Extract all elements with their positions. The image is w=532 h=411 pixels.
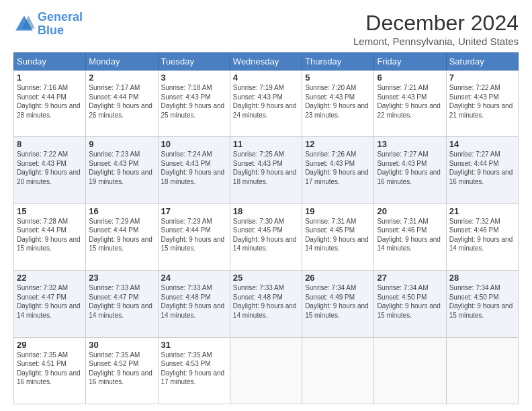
calendar-cell: 24Sunrise: 7:33 AMSunset: 4:48 PMDayligh…	[158, 271, 230, 337]
day-detail: Sunrise: 7:32 AMSunset: 4:47 PMDaylight:…	[17, 283, 83, 320]
calendar-cell: 20Sunrise: 7:31 AMSunset: 4:46 PMDayligh…	[374, 203, 446, 270]
day-detail: Sunrise: 7:33 AMSunset: 4:48 PMDaylight:…	[161, 283, 227, 320]
calendar-cell: 3Sunrise: 7:18 AMSunset: 4:43 PMDaylight…	[158, 71, 230, 137]
day-detail: Sunrise: 7:29 AMSunset: 4:44 PMDaylight:…	[89, 217, 154, 253]
calendar-cell: 27Sunrise: 7:34 AMSunset: 4:50 PMDayligh…	[374, 271, 446, 337]
day-number: 18	[233, 206, 299, 216]
col-header-monday: Monday	[86, 53, 158, 71]
day-detail: Sunrise: 7:25 AMSunset: 4:43 PMDaylight:…	[233, 150, 299, 186]
calendar-cell: 19Sunrise: 7:31 AMSunset: 4:45 PMDayligh…	[302, 203, 374, 270]
header: General Blue December 2024 Lemont, Penns…	[13, 11, 519, 47]
day-detail: Sunrise: 7:26 AMSunset: 4:43 PMDaylight:…	[305, 150, 371, 186]
calendar-cell: 11Sunrise: 7:25 AMSunset: 4:43 PMDayligh…	[230, 137, 302, 203]
day-detail: Sunrise: 7:31 AMSunset: 4:46 PMDaylight:…	[377, 217, 443, 253]
day-number: 31	[161, 340, 227, 350]
day-number: 9	[89, 139, 154, 149]
calendar-week-5: 29Sunrise: 7:35 AMSunset: 4:51 PMDayligh…	[14, 337, 519, 404]
day-detail: Sunrise: 7:18 AMSunset: 4:43 PMDaylight:…	[161, 83, 227, 120]
calendar-week-4: 22Sunrise: 7:32 AMSunset: 4:47 PMDayligh…	[14, 271, 519, 337]
day-detail: Sunrise: 7:20 AMSunset: 4:43 PMDaylight:…	[305, 83, 371, 120]
day-number: 10	[161, 139, 227, 149]
calendar-cell: 16Sunrise: 7:29 AMSunset: 4:44 PMDayligh…	[86, 203, 158, 270]
col-header-tuesday: Tuesday	[158, 53, 230, 71]
page: General Blue December 2024 Lemont, Penns…	[0, 0, 532, 411]
calendar-cell: 4Sunrise: 7:19 AMSunset: 4:43 PMDaylight…	[230, 71, 302, 137]
day-number: 22	[17, 273, 83, 283]
day-detail: Sunrise: 7:29 AMSunset: 4:44 PMDaylight:…	[161, 217, 227, 253]
day-detail: Sunrise: 7:31 AMSunset: 4:45 PMDaylight:…	[305, 217, 371, 253]
day-detail: Sunrise: 7:33 AMSunset: 4:47 PMDaylight:…	[89, 283, 154, 320]
day-detail: Sunrise: 7:35 AMSunset: 4:51 PMDaylight:…	[17, 351, 83, 387]
col-header-friday: Friday	[374, 53, 446, 71]
logo-line1: General	[38, 10, 83, 24]
day-number: 4	[233, 73, 299, 83]
logo: General Blue	[13, 11, 83, 38]
calendar-cell: 7Sunrise: 7:22 AMSunset: 4:43 PMDaylight…	[446, 71, 518, 137]
calendar-cell	[446, 337, 518, 404]
calendar-cell: 23Sunrise: 7:33 AMSunset: 4:47 PMDayligh…	[86, 271, 158, 337]
day-detail: Sunrise: 7:19 AMSunset: 4:43 PMDaylight:…	[233, 83, 299, 120]
calendar-week-2: 8Sunrise: 7:22 AMSunset: 4:43 PMDaylight…	[14, 137, 519, 203]
day-detail: Sunrise: 7:34 AMSunset: 4:50 PMDaylight:…	[449, 283, 515, 320]
day-number: 5	[305, 73, 371, 83]
day-number: 27	[377, 273, 443, 283]
calendar-cell: 12Sunrise: 7:26 AMSunset: 4:43 PMDayligh…	[302, 137, 374, 203]
day-number: 7	[449, 73, 515, 83]
calendar-cell: 5Sunrise: 7:20 AMSunset: 4:43 PMDaylight…	[302, 71, 374, 137]
day-detail: Sunrise: 7:22 AMSunset: 4:43 PMDaylight:…	[17, 150, 83, 186]
day-detail: Sunrise: 7:35 AMSunset: 4:52 PMDaylight:…	[89, 351, 154, 387]
calendar-cell: 26Sunrise: 7:34 AMSunset: 4:49 PMDayligh…	[302, 271, 374, 337]
day-number: 14	[449, 139, 515, 149]
calendar-cell: 2Sunrise: 7:17 AMSunset: 4:44 PMDaylight…	[86, 71, 158, 137]
day-number: 16	[89, 206, 154, 216]
day-number: 6	[377, 73, 443, 83]
day-detail: Sunrise: 7:21 AMSunset: 4:43 PMDaylight:…	[377, 83, 443, 120]
day-detail: Sunrise: 7:33 AMSunset: 4:48 PMDaylight:…	[233, 283, 299, 320]
day-number: 3	[161, 73, 227, 83]
calendar-table: SundayMondayTuesdayWednesdayThursdayFrid…	[13, 52, 519, 404]
calendar-cell: 21Sunrise: 7:32 AMSunset: 4:46 PMDayligh…	[446, 203, 518, 270]
day-number: 13	[377, 139, 443, 149]
calendar-cell: 30Sunrise: 7:35 AMSunset: 4:52 PMDayligh…	[86, 337, 158, 404]
calendar-cell: 1Sunrise: 7:16 AMSunset: 4:44 PMDaylight…	[14, 71, 86, 137]
day-number: 21	[449, 206, 515, 216]
day-detail: Sunrise: 7:17 AMSunset: 4:44 PMDaylight:…	[89, 83, 154, 120]
calendar-week-1: 1Sunrise: 7:16 AMSunset: 4:44 PMDaylight…	[14, 71, 519, 137]
day-detail: Sunrise: 7:34 AMSunset: 4:50 PMDaylight:…	[377, 283, 443, 320]
calendar-cell: 28Sunrise: 7:34 AMSunset: 4:50 PMDayligh…	[446, 271, 518, 337]
logo-text: General Blue	[38, 11, 83, 38]
day-number: 24	[161, 273, 227, 283]
calendar-cell: 8Sunrise: 7:22 AMSunset: 4:43 PMDaylight…	[14, 137, 86, 203]
logo-icon	[13, 13, 35, 35]
day-number: 12	[305, 139, 371, 149]
calendar-title: December 2024	[353, 11, 519, 36]
calendar-cell: 18Sunrise: 7:30 AMSunset: 4:45 PMDayligh…	[230, 203, 302, 270]
calendar-cell: 31Sunrise: 7:35 AMSunset: 4:53 PMDayligh…	[158, 337, 230, 404]
day-number: 23	[89, 273, 154, 283]
calendar-subtitle: Lemont, Pennsylvania, United States	[353, 36, 519, 47]
day-number: 15	[17, 206, 83, 216]
title-block: December 2024 Lemont, Pennsylvania, Unit…	[353, 11, 519, 47]
day-detail: Sunrise: 7:23 AMSunset: 4:43 PMDaylight:…	[89, 150, 154, 186]
calendar-cell: 15Sunrise: 7:28 AMSunset: 4:44 PMDayligh…	[14, 203, 86, 270]
col-header-wednesday: Wednesday	[230, 53, 302, 71]
col-header-thursday: Thursday	[302, 53, 374, 71]
calendar-cell: 25Sunrise: 7:33 AMSunset: 4:48 PMDayligh…	[230, 271, 302, 337]
day-detail: Sunrise: 7:27 AMSunset: 4:43 PMDaylight:…	[377, 150, 443, 186]
day-detail: Sunrise: 7:22 AMSunset: 4:43 PMDaylight:…	[449, 83, 515, 120]
day-number: 11	[233, 139, 299, 149]
day-number: 25	[233, 273, 299, 283]
col-header-sunday: Sunday	[14, 53, 86, 71]
calendar-cell	[374, 337, 446, 404]
calendar-cell: 9Sunrise: 7:23 AMSunset: 4:43 PMDaylight…	[86, 137, 158, 203]
day-number: 30	[89, 340, 154, 350]
col-header-saturday: Saturday	[446, 53, 518, 71]
day-detail: Sunrise: 7:27 AMSunset: 4:44 PMDaylight:…	[449, 150, 515, 186]
day-number: 26	[305, 273, 371, 283]
day-detail: Sunrise: 7:28 AMSunset: 4:44 PMDaylight:…	[17, 217, 83, 253]
logo-line2: Blue	[38, 24, 64, 37]
calendar-cell: 22Sunrise: 7:32 AMSunset: 4:47 PMDayligh…	[14, 271, 86, 337]
calendar-cell: 13Sunrise: 7:27 AMSunset: 4:43 PMDayligh…	[374, 137, 446, 203]
day-number: 20	[377, 206, 443, 216]
day-detail: Sunrise: 7:34 AMSunset: 4:49 PMDaylight:…	[305, 283, 371, 320]
